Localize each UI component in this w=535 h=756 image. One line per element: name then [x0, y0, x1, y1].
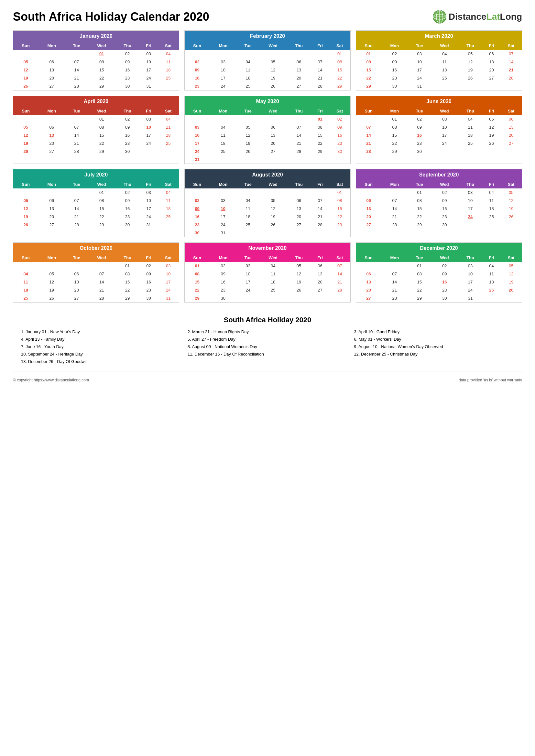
- cal-day: 25: [237, 82, 259, 90]
- day-header-mon: Mon: [210, 254, 237, 262]
- cal-day: 02: [329, 115, 350, 123]
- cal-day: 30: [115, 221, 139, 229]
- cal-table-aug: SunMonTueWedThuFriSat0102030405060708091…: [185, 180, 350, 237]
- cal-day: 03: [185, 123, 210, 131]
- cal-day: 12: [13, 204, 38, 213]
- cal-day: 28: [65, 82, 88, 90]
- cal-day: 25: [431, 74, 458, 82]
- month-jun: June 2020SunMonTueWedThuFriSat0102030405…: [356, 96, 522, 164]
- cal-day: 02: [115, 50, 139, 58]
- cal-day: 30: [431, 221, 458, 229]
- cal-day: 21: [65, 213, 88, 221]
- cal-day: 14: [356, 131, 381, 139]
- cal-day: 05: [500, 188, 522, 197]
- page-title: South Africa Holiday Calendar 2020: [13, 10, 209, 24]
- cal-day: [65, 50, 88, 58]
- cal-day: 21: [311, 213, 329, 221]
- cal-day: 03: [408, 50, 431, 58]
- day-header-tue: Tue: [408, 254, 431, 262]
- cal-day: [458, 221, 482, 229]
- day-header-wed: Wed: [431, 107, 458, 115]
- holiday-list-item: 12. December 25 - Christmas Day: [354, 351, 514, 357]
- cal-day: 07: [311, 197, 329, 204]
- cal-day: [210, 115, 237, 123]
- day-header-wed: Wed: [259, 254, 287, 262]
- day-header-wed: Wed: [88, 180, 115, 188]
- cal-day: 25: [210, 148, 237, 155]
- cal-day: [381, 262, 408, 270]
- cal-day: 08: [408, 197, 431, 204]
- cal-day: 01: [311, 115, 329, 123]
- cal-day: 14: [65, 66, 88, 74]
- cal-day: 21: [65, 139, 88, 148]
- holiday-list-item: 10. September 24 - Heritage Day: [21, 351, 181, 357]
- cal-day: [259, 188, 287, 197]
- cal-day: 31: [210, 229, 237, 237]
- cal-day: [13, 188, 38, 197]
- day-header-thu: Thu: [458, 180, 482, 188]
- cal-day: 08: [88, 123, 115, 131]
- holiday-list-item: 13. December 26 - Day Of Goodwill: [21, 359, 181, 364]
- footer-right: data provided 'as is' without warranty: [459, 378, 522, 382]
- cal-day: 22: [88, 139, 115, 148]
- cal-day: 14: [287, 131, 311, 139]
- cal-day: 12: [500, 197, 522, 204]
- cal-day: 19: [259, 74, 287, 82]
- cal-day: 17: [140, 204, 158, 213]
- cal-day: 08: [381, 123, 408, 131]
- day-header-mon: Mon: [381, 180, 408, 188]
- cal-day: [140, 148, 158, 155]
- cal-day: 06: [38, 197, 65, 204]
- cal-day: 10: [185, 131, 210, 139]
- day-header-sun: Sun: [185, 180, 210, 188]
- cal-day: [287, 115, 311, 123]
- cal-day: 03: [458, 262, 482, 270]
- cal-day: 24: [210, 82, 237, 90]
- cal-day: [500, 294, 522, 302]
- cal-day: 16: [210, 278, 237, 286]
- cal-table-may: SunMonTueWedThuFriSat0102030405060708091…: [185, 107, 350, 164]
- cal-day: 06: [500, 115, 522, 123]
- cal-day: 05: [259, 197, 287, 204]
- holiday-list-item: 4. April 13 - Family Day: [21, 336, 181, 342]
- cal-day: 30: [381, 82, 408, 90]
- cal-day: 03: [458, 188, 482, 197]
- day-header-fri: Fri: [140, 107, 158, 115]
- cal-day: 10: [210, 66, 237, 74]
- cal-day: [38, 262, 65, 270]
- cal-day: 06: [38, 58, 65, 66]
- day-header-tue: Tue: [237, 180, 259, 188]
- cal-day: 04: [458, 115, 482, 123]
- cal-day: 04: [483, 262, 501, 270]
- month-jan: January 2020SunMonTueWedThuFriSat0102030…: [13, 30, 179, 91]
- cal-day: 29: [311, 148, 329, 155]
- cal-day: 29: [329, 221, 350, 229]
- cal-day: 09: [185, 204, 210, 213]
- cal-day: 12: [13, 66, 38, 74]
- cal-day: 15: [329, 204, 350, 213]
- cal-day: [259, 294, 287, 302]
- cal-day: 06: [483, 50, 501, 58]
- day-header-sat: Sat: [329, 42, 350, 50]
- footer-left: © copyright https://www.distancelatlong.…: [13, 378, 89, 382]
- cal-day: 01: [88, 188, 115, 197]
- cal-day: 05: [38, 270, 65, 278]
- cal-day: 15: [408, 204, 431, 213]
- cal-day: 05: [500, 262, 522, 270]
- cal-day: 29: [88, 221, 115, 229]
- cal-day: 01: [88, 50, 115, 58]
- cal-day: 29: [88, 82, 115, 90]
- cal-day: [329, 155, 350, 164]
- cal-day: 20: [65, 286, 88, 294]
- cal-day: 17: [185, 139, 210, 148]
- cal-day: 18: [13, 286, 38, 294]
- day-header-thu: Thu: [458, 254, 482, 262]
- cal-day: 25: [458, 139, 482, 148]
- month-header-nov: November 2020: [185, 243, 350, 254]
- cal-day: 23: [329, 139, 350, 148]
- cal-day: [157, 82, 179, 90]
- cal-day: 21: [287, 139, 311, 148]
- page-footer: © copyright https://www.distancelatlong.…: [13, 378, 522, 382]
- cal-day: [287, 50, 311, 58]
- cal-day: 11: [237, 204, 259, 213]
